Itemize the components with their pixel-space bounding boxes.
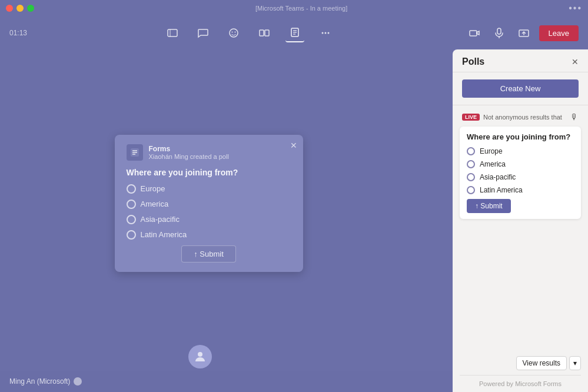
poll-notification-popup: Forms Xiaohán Ming created a poll ✕ Wher… [115,135,303,272]
meeting-video-area: Forms Xiaohán Ming created a poll ✕ Wher… [0,49,453,392]
view-results-chevron-button[interactable]: ▾ [569,356,581,370]
poll-card-option-europe: Europe [467,147,574,155]
participant-name: Ming An (Microsoft) [9,377,70,386]
poll-option-america-label: America [141,200,169,208]
forms-app-icon [127,144,143,161]
mute-button[interactable] [490,24,509,42]
poll-radio-america[interactable] [127,200,136,209]
share-screen-button[interactable] [514,24,533,42]
poll-option-asia: Asia-pacific [127,215,291,224]
poll-popup-submit-button[interactable]: ↑ Submit [181,245,236,263]
poll-card-radio-asia[interactable] [467,173,475,181]
participant-bottom-bar: Ming An (Microsoft) [0,371,453,392]
more-options-icon[interactable] [316,24,335,42]
poll-card-option-latin: Latin America [467,186,574,194]
polls-sidebar-title: Polls [462,57,484,67]
poll-app-name: Forms [149,145,229,153]
live-mic-icon: 🎙 [570,112,579,122]
svg-rect-5 [260,30,264,36]
poll-option-europe-label: Europe [141,184,165,193]
polls-divider [453,105,588,105]
poll-option-asia-label: Asia-pacific [141,215,180,224]
poll-option-america: America [127,200,291,209]
participant-video-area [188,345,212,368]
meeting-toolbar: 01:13 [0,16,588,49]
poll-creator-text: Xiaohán Ming created a poll [149,153,229,160]
svg-rect-14 [470,31,477,36]
window-menu-dots[interactable]: ••• [569,3,582,14]
toolbar-right-controls: Leave [465,24,579,42]
title-bar: [Microsoft Teams - In a meeting] ••• [0,0,588,16]
view-results-row: View results ▾ [460,356,581,370]
poll-radio-latin[interactable] [127,230,136,240]
svg-point-3 [231,32,232,33]
svg-point-12 [324,32,326,34]
forms-icon[interactable] [285,24,304,42]
camera-button[interactable] [465,24,484,42]
minimize-traffic-light[interactable] [16,5,24,12]
poll-option-latin: Latin America [127,230,291,240]
poll-radio-europe[interactable] [127,184,136,194]
poll-popup-close-icon[interactable]: ✕ [290,141,297,150]
participant-mic-icon [74,377,82,386]
polls-sidebar-close-icon[interactable]: ✕ [572,57,579,67]
svg-point-11 [321,32,323,34]
svg-point-13 [327,32,329,34]
poll-card-america-label: America [480,160,506,168]
svg-point-4 [234,32,235,33]
toolbar-center-icons [33,24,465,42]
poll-card-question: Where are you joining from? [467,132,574,141]
live-poll-description: Not anonymous results that [483,114,567,121]
poll-card-option-america: America [467,160,574,168]
svg-point-22 [198,352,202,357]
polls-sidebar-header: Polls ✕ [453,49,588,72]
poll-popup-question: Where are you joining from? [127,168,291,177]
live-badge: LIVE [462,114,480,121]
create-new-poll-button[interactable]: Create New [462,79,579,98]
participant-avatar [188,345,212,368]
leave-button[interactable]: Leave [539,25,579,41]
rooms-icon[interactable] [255,24,274,42]
window-title: [Microsoft Teams - In a meeting] [34,5,569,12]
powered-by-text: Powered by Microsoft Forms [460,380,581,387]
polls-live-bar: LIVE Not anonymous results that 🎙 [453,110,588,124]
poll-card-europe-label: Europe [480,147,503,155]
reactions-icon[interactable] [224,24,243,42]
poll-card-option-asia: Asia-pacific [467,173,574,181]
poll-card-asia-label: Asia-pacific [480,173,516,181]
poll-popup-info: Forms Xiaohán Ming created a poll [149,145,229,160]
poll-card-submit-button[interactable]: ↑ Submit [467,199,511,213]
traffic-lights [6,5,34,12]
poll-card-radio-europe[interactable] [467,147,475,155]
meeting-timer: 01:13 [9,29,33,37]
svg-rect-0 [168,29,177,36]
poll-card-latin-label: Latin America [480,186,523,194]
polls-content-area: LIVE Not anonymous results that 🎙 Where … [453,110,588,351]
maximize-traffic-light[interactable] [27,5,34,12]
close-traffic-light[interactable] [6,5,13,12]
poll-option-europe: Europe [127,184,291,194]
poll-card-radio-latin[interactable] [467,186,475,194]
poll-card: Where are you joining from? Europe Ameri… [460,127,581,219]
chat-icon[interactable] [194,24,212,42]
polls-footer-divider [460,375,581,376]
poll-card-radio-america[interactable] [467,160,475,168]
poll-radio-asia[interactable] [127,215,136,224]
poll-option-latin-label: Latin America [141,230,187,239]
polls-footer: View results ▾ Powered by Microsoft Form… [453,351,588,392]
poll-popup-header: Forms Xiaohán Ming created a poll ✕ [127,144,291,161]
svg-rect-6 [265,30,269,36]
svg-rect-15 [497,28,501,34]
poll-popup-options: Europe America Asia-pacific Latin Americ… [127,184,291,240]
polls-sidebar: Polls ✕ Create New LIVE Not anonymous re… [453,49,588,392]
svg-point-2 [230,29,238,37]
people-icon[interactable] [163,24,182,42]
view-results-button[interactable]: View results [516,356,567,370]
